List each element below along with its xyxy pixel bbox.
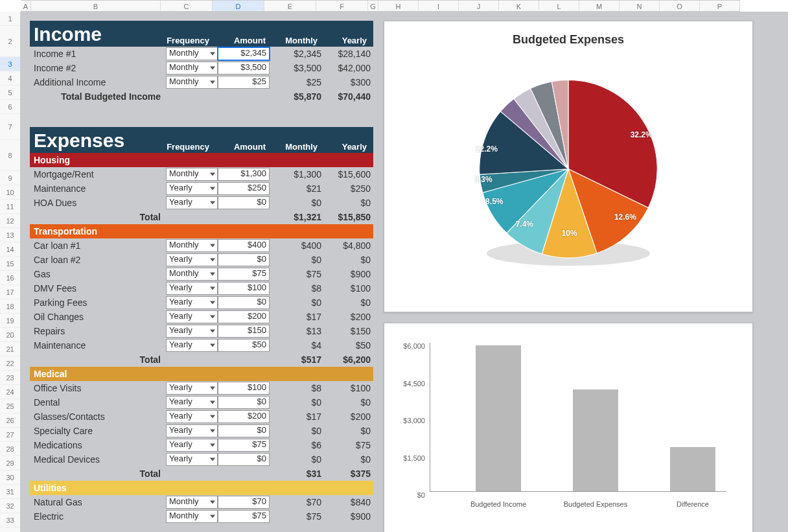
col-head-J[interactable]: J bbox=[459, 1, 499, 11]
amount-input[interactable]: $100 bbox=[218, 282, 270, 295]
row-head-22[interactable]: 22 bbox=[0, 356, 20, 371]
frequency-dropdown[interactable]: Yearly bbox=[166, 310, 218, 323]
row-head-15[interactable]: 15 bbox=[0, 257, 20, 271]
row-head-19[interactable]: 19 bbox=[0, 314, 20, 328]
amount-input[interactable]: $1,300 bbox=[218, 168, 270, 181]
col-head-O[interactable]: O bbox=[660, 1, 700, 11]
frequency-dropdown[interactable]: Yearly bbox=[166, 439, 218, 452]
amount-input[interactable]: $250 bbox=[218, 182, 270, 195]
row-head-18[interactable]: 18 bbox=[0, 299, 20, 314]
row-head-14[interactable]: 14 bbox=[0, 242, 20, 257]
column-headers[interactable]: ABCDEFGHIJKLMNOP bbox=[21, 0, 740, 12]
frequency-dropdown[interactable]: Monthly bbox=[166, 62, 218, 75]
amount-input[interactable]: $3,500 bbox=[218, 62, 270, 75]
col-head-A[interactable]: A bbox=[21, 1, 31, 11]
row-head-8[interactable]: 8 bbox=[0, 140, 20, 171]
amount-input[interactable]: $0 bbox=[218, 424, 270, 437]
grid-area[interactable]: Income Frequency Amount Monthly Yearly I… bbox=[21, 12, 788, 532]
col-head-K[interactable]: K bbox=[499, 1, 539, 11]
row-head-34[interactable]: 34 bbox=[0, 527, 20, 532]
col-head-C[interactable]: C bbox=[161, 1, 213, 11]
row-headers[interactable]: 1234567891011121314151617181920212223242… bbox=[0, 12, 21, 532]
row-head-27[interactable]: 27 bbox=[0, 428, 20, 442]
col-head-M[interactable]: M bbox=[579, 1, 620, 11]
category-total-row: Total$1,321$15,850 bbox=[30, 210, 373, 224]
row-head-25[interactable]: 25 bbox=[0, 399, 20, 413]
frequency-dropdown[interactable]: Yearly bbox=[166, 296, 218, 309]
row-head-5[interactable]: 5 bbox=[0, 86, 20, 100]
frequency-dropdown[interactable]: Monthly bbox=[166, 510, 218, 523]
row-head-26[interactable]: 26 bbox=[0, 413, 20, 428]
amount-input[interactable]: $50 bbox=[218, 339, 270, 352]
row-head-9[interactable]: 9 bbox=[0, 171, 20, 185]
row-head-17[interactable]: 17 bbox=[0, 285, 20, 299]
frequency-dropdown[interactable]: Yearly bbox=[166, 339, 218, 352]
row-head-13[interactable]: 13 bbox=[0, 228, 20, 242]
col-head-E[interactable]: E bbox=[264, 1, 316, 11]
amount-input[interactable]: $400 bbox=[218, 239, 270, 252]
amount-input[interactable]: $2,345 bbox=[218, 47, 270, 60]
amount-input[interactable]: $0 bbox=[218, 253, 270, 266]
row-head-30[interactable]: 30 bbox=[0, 470, 20, 485]
amount-input[interactable]: $75 bbox=[218, 268, 270, 281]
frequency-dropdown[interactable]: Yearly bbox=[166, 382, 218, 395]
row-head-11[interactable]: 11 bbox=[0, 200, 20, 214]
frequency-dropdown[interactable]: Yearly bbox=[166, 424, 218, 437]
row-head-21[interactable]: 21 bbox=[0, 342, 20, 356]
row-head-7[interactable]: 7 bbox=[0, 114, 20, 140]
row-head-10[interactable]: 10 bbox=[0, 185, 20, 200]
col-head-I[interactable]: I bbox=[419, 1, 459, 11]
frequency-dropdown[interactable]: Yearly bbox=[166, 325, 218, 338]
col-head-N[interactable]: N bbox=[620, 1, 660, 11]
col-head-D[interactable]: D bbox=[213, 1, 264, 11]
col-head-H[interactable]: H bbox=[378, 1, 419, 11]
row-head-4[interactable]: 4 bbox=[0, 71, 20, 86]
col-head-F[interactable]: F bbox=[316, 1, 368, 11]
frequency-dropdown[interactable]: Monthly bbox=[166, 168, 218, 181]
frequency-dropdown[interactable]: Monthly bbox=[166, 239, 218, 252]
frequency-dropdown[interactable]: Monthly bbox=[166, 496, 218, 509]
row-head-24[interactable]: 24 bbox=[0, 385, 20, 399]
row-head-1[interactable]: 1 bbox=[0, 12, 20, 26]
amount-input[interactable]: $150 bbox=[218, 325, 270, 338]
amount-input[interactable]: $75 bbox=[218, 439, 270, 452]
frequency-dropdown[interactable]: Yearly bbox=[166, 453, 218, 466]
col-head-L[interactable]: L bbox=[539, 1, 579, 11]
row-head-31[interactable]: 31 bbox=[0, 485, 20, 499]
amount-input[interactable]: $0 bbox=[218, 396, 270, 409]
frequency-dropdown[interactable]: Yearly bbox=[166, 282, 218, 295]
row-head-3[interactable]: 3 bbox=[0, 57, 20, 71]
frequency-dropdown[interactable]: Yearly bbox=[166, 396, 218, 409]
col-head-B[interactable]: B bbox=[31, 1, 161, 11]
row-head-20[interactable]: 20 bbox=[0, 328, 20, 342]
frequency-dropdown[interactable]: Monthly bbox=[166, 268, 218, 281]
table-row: DentalYearly$0$0$0 bbox=[30, 395, 373, 410]
row-head-29[interactable]: 29 bbox=[0, 456, 20, 470]
row-head-23[interactable]: 23 bbox=[0, 371, 20, 385]
row-head-28[interactable]: 28 bbox=[0, 442, 20, 456]
col-head-G[interactable]: G bbox=[368, 1, 378, 11]
amount-input[interactable]: $0 bbox=[218, 196, 270, 209]
col-head-P[interactable]: P bbox=[700, 1, 740, 11]
row-head-12[interactable]: 12 bbox=[0, 214, 20, 228]
frequency-dropdown[interactable]: Yearly bbox=[166, 182, 218, 195]
amount-input[interactable]: $70 bbox=[218, 496, 270, 509]
amount-input[interactable]: $0 bbox=[218, 453, 270, 466]
frequency-dropdown[interactable]: Monthly bbox=[166, 76, 218, 89]
amount-input[interactable]: $100 bbox=[218, 382, 270, 395]
row-head-33[interactable]: 33 bbox=[0, 513, 20, 527]
amount-input[interactable]: $200 bbox=[218, 310, 270, 323]
frequency-dropdown[interactable]: Yearly bbox=[166, 253, 218, 266]
amount-input[interactable]: $0 bbox=[218, 296, 270, 309]
amount-input[interactable]: $75 bbox=[218, 510, 270, 523]
row-head-32[interactable]: 32 bbox=[0, 499, 20, 513]
frequency-dropdown[interactable]: Yearly bbox=[166, 196, 218, 209]
frequency-dropdown[interactable]: Yearly bbox=[166, 410, 218, 423]
row-head-6[interactable]: 6 bbox=[0, 100, 20, 114]
row-head-2[interactable]: 2 bbox=[0, 26, 20, 57]
amount-input[interactable]: $200 bbox=[218, 410, 270, 423]
amount-input[interactable]: $25 bbox=[218, 76, 270, 89]
row-head-16[interactable]: 16 bbox=[0, 271, 20, 285]
subtotal-monthly: $31 bbox=[270, 468, 321, 479]
frequency-dropdown[interactable]: Monthly bbox=[166, 47, 218, 60]
